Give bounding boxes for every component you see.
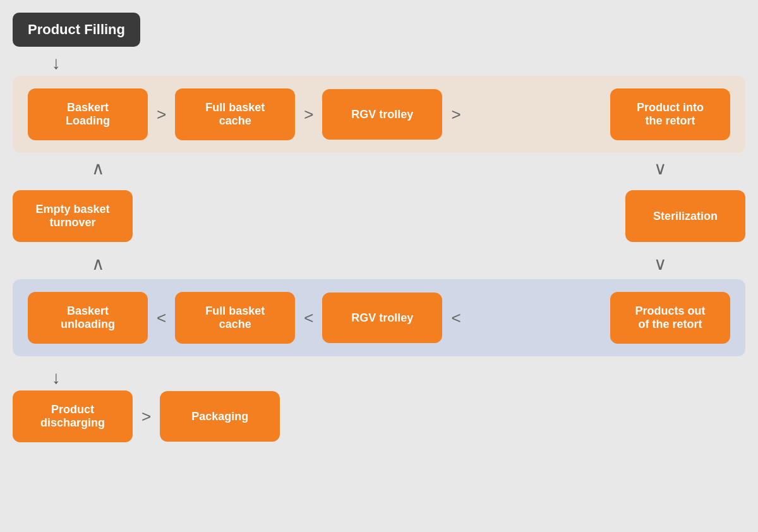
basket-loading-box: Baskert Loading bbox=[28, 88, 148, 140]
rgv-trolley-box-bottom: RGV trolley bbox=[322, 293, 442, 343]
empty-basket-turnover-label: Empty basket turnover bbox=[35, 203, 109, 229]
up-chevron-left: ∧ bbox=[38, 158, 158, 179]
product-discharging-box: Product discharging bbox=[13, 390, 133, 442]
rgv-trolley-label-top: RGV trolley bbox=[351, 108, 413, 121]
chevron-4: < bbox=[148, 308, 175, 328]
arrow-down-1: ↓ bbox=[13, 53, 745, 73]
sterilization-box: Sterilization bbox=[625, 190, 745, 242]
chevron-3: > bbox=[442, 105, 469, 124]
bottom-exit-row: Product discharging > Packaging bbox=[13, 390, 745, 442]
arrow-down-2: ↓ bbox=[13, 363, 745, 388]
rgv-trolley-box-top: RGV trolley bbox=[322, 89, 442, 140]
product-discharging-label: Product discharging bbox=[40, 403, 105, 430]
chevron-2: > bbox=[295, 105, 322, 124]
top-flow-row: Baskert Loading > Full basket cache > RG… bbox=[28, 88, 730, 140]
basket-unloading-label: Baskert unloading bbox=[61, 305, 115, 331]
chevron-5: < bbox=[295, 308, 322, 328]
basket-loading-label: Baskert Loading bbox=[66, 101, 110, 128]
up-chevron-left-2: ∧ bbox=[38, 253, 158, 274]
down-chevron-right-2: ∨ bbox=[600, 253, 720, 274]
connector-row-1: ∧ ∨ bbox=[13, 153, 745, 184]
full-basket-cache-box-bottom: Full basket cache bbox=[175, 292, 295, 344]
connector-row-2: ∧ ∨ bbox=[13, 248, 745, 279]
empty-basket-turnover-box: Empty basket turnover bbox=[13, 190, 133, 242]
packaging-box: Packaging bbox=[160, 391, 280, 442]
chevron-1: > bbox=[148, 105, 175, 124]
product-into-retort-label: Product into the retort bbox=[637, 101, 704, 128]
down-chevron-right: ∨ bbox=[600, 158, 720, 179]
products-out-retort-label: Products out of the retort bbox=[635, 305, 706, 331]
rgv-trolley-label-bottom: RGV trolley bbox=[351, 311, 413, 325]
chevron-6: < bbox=[442, 308, 469, 328]
basket-unloading-box: Baskert unloading bbox=[28, 292, 148, 344]
down-arrow-icon: ↓ bbox=[52, 53, 61, 73]
full-basket-cache-label-top: Full basket cache bbox=[205, 101, 265, 128]
down-arrow-2-icon: ↓ bbox=[52, 368, 61, 388]
bottom-band: Baskert unloading < Full basket cache < … bbox=[13, 279, 745, 356]
products-out-retort-box: Products out of the retort bbox=[610, 292, 730, 344]
bottom-section: ↓ Product discharging > Packaging bbox=[13, 356, 745, 442]
product-into-retort-box: Product into the retort bbox=[610, 88, 730, 140]
bottom-flow-row: Baskert unloading < Full basket cache < … bbox=[28, 292, 730, 344]
full-basket-cache-box-top: Full basket cache bbox=[175, 88, 295, 140]
chevron-7: > bbox=[133, 407, 160, 426]
middle-section: Empty basket turnover Sterilization bbox=[13, 184, 745, 248]
product-filling-box: Product Filling bbox=[13, 13, 140, 47]
top-band: Baskert Loading > Full basket cache > RG… bbox=[13, 76, 745, 153]
product-filling-label: Product Filling bbox=[28, 21, 125, 37]
full-basket-cache-label-bottom: Full basket cache bbox=[205, 305, 265, 331]
page-wrapper: Product Filling ↓ Baskert Loading > Full… bbox=[13, 13, 745, 442]
sterilization-label: Sterilization bbox=[653, 210, 718, 223]
packaging-label: Packaging bbox=[191, 410, 248, 423]
